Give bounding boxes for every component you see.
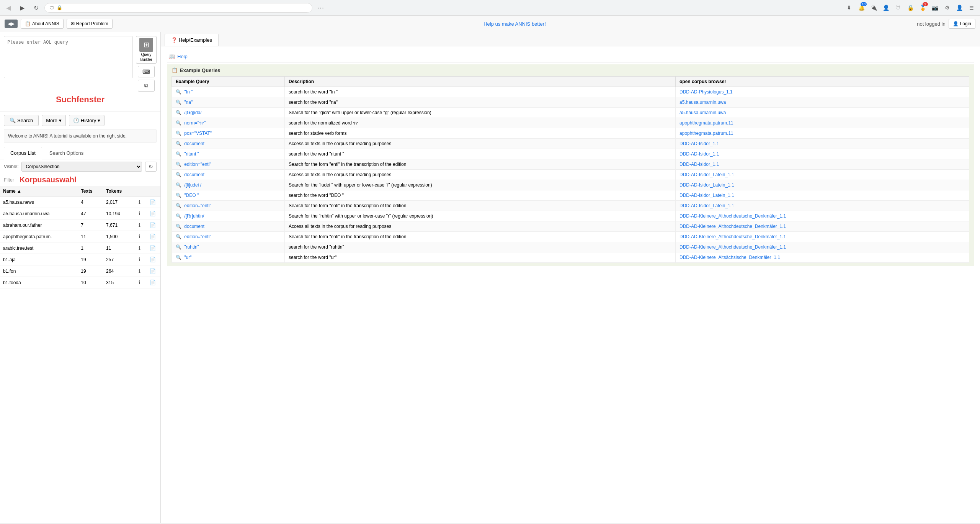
corpus-info-button[interactable]: ℹ [137, 279, 142, 286]
reload-button[interactable]: ↻ [31, 2, 41, 13]
tab-corpus-list[interactable]: Corpus List [4, 147, 42, 159]
table-row[interactable]: arabic.tree.test 1 11 ℹ 📄 [0, 242, 160, 254]
query-link[interactable]: "na" [184, 100, 193, 105]
corpus-browser-link[interactable]: a5.hausa.umarnin.uwa [679, 100, 726, 105]
corpus-browser-link[interactable]: DDD-AD-Kleinere_Althochdeutsche_Denkmäle… [679, 244, 786, 250]
query-link[interactable]: /[Rr]uhtin/ [184, 213, 204, 219]
about-button[interactable]: 📋 About ANNIS [21, 19, 64, 29]
query-link[interactable]: /[Gg]ida/ [184, 110, 201, 115]
tab-search-options[interactable]: Search Options [43, 147, 90, 159]
help-us-link[interactable]: Help us make ANNIS better! [483, 21, 546, 27]
table-row[interactable]: abraham.our.father 7 7,671 ℹ 📄 [0, 219, 160, 231]
table-row[interactable]: b1.aja 19 257 ℹ 📄 [0, 254, 160, 265]
example-query-cell: 🔍 "In " [172, 87, 285, 97]
query-link[interactable]: "ruhtin" [184, 244, 199, 250]
example-corpus-cell: DDD-AD-Isidor_Latein_1.1 [676, 201, 969, 211]
query-link[interactable]: document [184, 141, 204, 146]
table-row[interactable]: b1.fooda 10 315 ℹ 📄 [0, 277, 160, 288]
query-link[interactable]: /[li]udei / [184, 182, 201, 188]
copy-button[interactable]: ⧉ [138, 80, 155, 92]
report-problem-button[interactable]: ✉ Report Problem [67, 19, 113, 29]
corpus-info-button[interactable]: ℹ [137, 198, 142, 206]
example-row: 🔍 document Access all texts in the corpu… [172, 139, 969, 149]
query-link[interactable]: edition="enti" [184, 162, 211, 167]
keyboard-button[interactable]: ⌨ [138, 66, 155, 77]
query-link[interactable]: pos="VSTAT" [184, 131, 212, 136]
corpus-browser-link[interactable]: DDD-AD-Isidor_Latein_1.1 [679, 182, 734, 188]
corpus-doc-button[interactable]: 📄 [148, 267, 157, 275]
corpus-browser-link[interactable]: DDD-AD-Kleinere_Althochdeutsche_Denkmäle… [679, 224, 786, 229]
corpus-browser-link[interactable]: apophthegmata.patrum.11 [679, 131, 733, 136]
visible-select[interactable]: CorpusSelection [21, 162, 142, 172]
query-builder-button[interactable]: ⊞ Query Builder [136, 36, 157, 64]
table-row[interactable]: a5.hausa.umarnin.uwa 47 10,194 ℹ 📄 [0, 208, 160, 219]
corpus-browser-link[interactable]: apophthegmata.patrum.11 [679, 120, 733, 126]
col-tokens[interactable]: Tokens [103, 186, 134, 196]
query-link[interactable]: edition="enti" [184, 203, 211, 208]
query-link[interactable]: document [184, 172, 204, 177]
corpus-doc-button[interactable]: 📄 [148, 210, 157, 217]
corpus-info-button[interactable]: ℹ [137, 256, 142, 263]
corpus-browser-link[interactable]: DDD-AD-Kleinere_Altsächsische_Denkmäler_… [679, 255, 780, 260]
help-link[interactable]: Help [177, 54, 188, 59]
corpus-info-button[interactable]: ℹ [137, 244, 142, 252]
download-button[interactable]: ⬇ [844, 2, 854, 13]
query-link[interactable]: "In " [184, 89, 193, 95]
corpus-doc-button[interactable]: 📄 [148, 244, 157, 252]
query-link[interactable]: document [184, 224, 204, 229]
collapse-button[interactable]: ◀▶ [5, 20, 18, 28]
corpus-doc-button[interactable]: 📄 [148, 279, 157, 286]
corpus-tokens: 1,500 [103, 231, 134, 242]
corpus-browser-link[interactable]: DDD-AD-Isidor_Latein_1.1 [679, 172, 734, 177]
corpus-browser-link[interactable]: a5.hausa.umarnin.uwa [679, 110, 726, 115]
query-link[interactable]: edition="enti" [184, 234, 211, 239]
query-link[interactable]: "DEO " [184, 193, 199, 198]
search-button[interactable]: 🔍 Search [4, 115, 39, 126]
col-name[interactable]: Name ▲ [0, 186, 78, 196]
settings-button[interactable]: ⚙ [942, 2, 952, 13]
corpus-doc-button[interactable]: 📄 [148, 198, 157, 206]
corpus-browser-link[interactable]: DDD-AD-Isidor_1.1 [679, 141, 719, 146]
corpus-info-button[interactable]: ℹ [137, 221, 142, 229]
menu-button[interactable]: ☰ [966, 2, 977, 13]
corpus-doc-button[interactable]: 📄 [148, 233, 157, 240]
history-button[interactable]: 🕐 History ▾ [69, 115, 105, 126]
corpus-browser-link[interactable]: DDD-AD-Isidor_Latein_1.1 [679, 193, 734, 198]
corpus-browser-link[interactable]: DDD-AD-Kleinere_Althochdeutsche_Denkmäle… [679, 234, 786, 239]
corpus-browser-link[interactable]: DDD-AD-Physiologus_1.1 [679, 89, 733, 95]
more-dropdown-button[interactable]: More ▾ [42, 115, 66, 126]
corpus-info-button[interactable]: ℹ [137, 267, 142, 275]
tab-help-examples[interactable]: ❓ Help/Examples [165, 34, 219, 46]
back-button[interactable]: ◀ [3, 2, 14, 13]
badge-button[interactable]: 🏅2 [917, 2, 928, 13]
corpus-info-button[interactable]: ℹ [137, 210, 142, 217]
corpus-browser-link[interactable]: DDD-AD-Isidor_1.1 [679, 162, 719, 167]
table-row[interactable]: a5.hausa.news 4 2,017 ℹ 📄 [0, 196, 160, 208]
table-row[interactable]: b1.fon 19 264 ℹ 📄 [0, 265, 160, 277]
query-textarea[interactable] [4, 36, 133, 78]
corpus-info-button[interactable]: ℹ [137, 233, 142, 240]
corpus-doc-button[interactable]: 📄 [148, 221, 157, 229]
login-button[interactable]: 👤 Login [949, 19, 975, 29]
profile-button[interactable]: 👤 [954, 2, 965, 13]
forward-button[interactable]: ▶ [17, 2, 28, 13]
extension-button[interactable]: 🔌 [868, 2, 879, 13]
corpus-browser-link[interactable]: DDD-AD-Kleinere_Althochdeutsche_Denkmäle… [679, 213, 786, 219]
refresh-button[interactable]: ↻ [145, 162, 157, 172]
more-button[interactable]: ··· [315, 2, 326, 13]
corpus-browser-link[interactable]: DDD-AD-Isidor_1.1 [679, 151, 719, 157]
notification-button[interactable]: 🔔10 [856, 2, 867, 13]
abp-button[interactable]: 🛡 [893, 2, 903, 13]
query-link[interactable]: "ritant " [184, 151, 199, 157]
camera-button[interactable]: 📷 [929, 2, 940, 13]
url-input[interactable]: https://korpling.german.hu-berlin.de/ann… [65, 5, 307, 11]
corpus-browser-link[interactable]: DDD-AD-Isidor_Latein_1.1 [679, 203, 734, 208]
vpn-button[interactable]: 🔒 [905, 2, 916, 13]
corpus-doc-button[interactable]: 📄 [148, 256, 157, 263]
query-link[interactable]: "ur" [184, 255, 191, 260]
table-row[interactable]: apophthegmata.patrum. 11 1,500 ℹ 📄 [0, 231, 160, 242]
query-link[interactable]: norm="ጎና" [184, 120, 206, 126]
col-texts[interactable]: Texts [78, 186, 103, 196]
user-avatar-button[interactable]: 👤 [880, 2, 891, 13]
example-desc-cell: Search for the form "enti" in the transc… [285, 232, 676, 242]
